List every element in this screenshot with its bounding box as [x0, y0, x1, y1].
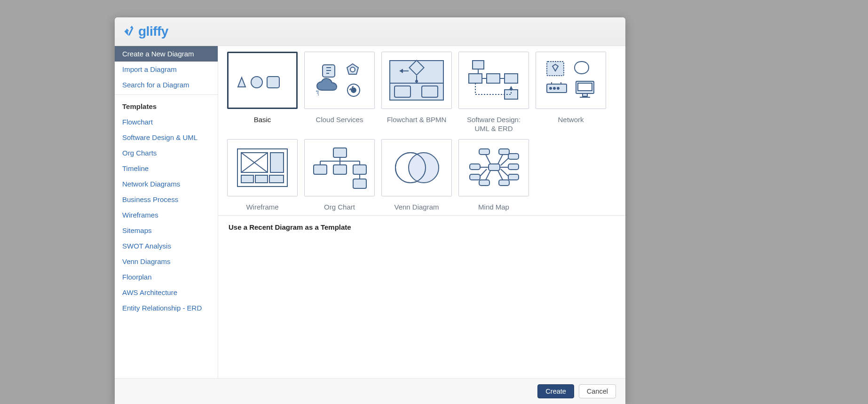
- template-tile-uml-erd[interactable]: Software Design: UML & ERD: [458, 52, 529, 133]
- template-tile-network[interactable]: Network: [535, 52, 607, 133]
- template-label: Cloud Services: [316, 116, 363, 124]
- create-button[interactable]: Create: [537, 384, 574, 398]
- svg-rect-21: [487, 74, 500, 83]
- svg-rect-68: [508, 154, 519, 159]
- sidebar-primary-search[interactable]: Search for a Diagram: [115, 77, 218, 93]
- svg-rect-48: [314, 165, 327, 174]
- sidebar-template-floorplan[interactable]: Floorplan: [115, 269, 218, 285]
- svg-rect-65: [499, 149, 509, 155]
- sidebar-template-wireframes[interactable]: Wireframes: [115, 207, 218, 223]
- template-icon-basic: [227, 52, 298, 109]
- template-icon-orgchart: [304, 139, 375, 196]
- svg-rect-50: [353, 165, 366, 174]
- recent-heading: Use a Recent Diagram as a Template: [229, 223, 615, 231]
- template-icon-flowchart: [381, 52, 452, 109]
- template-label: Network: [558, 116, 584, 124]
- template-icon-venn: [381, 139, 452, 196]
- template-tile-basic[interactable]: Basic: [227, 52, 298, 133]
- sidebar-primary-nav: Create a New Diagram Import a Diagram Se…: [115, 46, 218, 95]
- sidebar-template-sitemaps[interactable]: Sitemaps: [115, 223, 218, 238]
- template-icon-cloud: [304, 52, 375, 109]
- svg-rect-61: [489, 164, 500, 171]
- sidebar-template-business-process[interactable]: Business Process: [115, 192, 218, 207]
- svg-marker-1: [238, 78, 245, 87]
- svg-line-75: [486, 171, 490, 180]
- svg-rect-46: [269, 175, 284, 183]
- template-tile-cloud-services[interactable]: Cloud Services: [304, 52, 375, 133]
- brand-logo: gliffy: [122, 24, 168, 39]
- svg-rect-51: [353, 179, 366, 188]
- svg-rect-15: [395, 86, 410, 97]
- svg-rect-45: [255, 175, 268, 183]
- svg-rect-47: [333, 148, 347, 157]
- svg-rect-64: [479, 149, 489, 155]
- dialog-footer: Create Cancel: [115, 378, 625, 404]
- svg-point-31: [553, 87, 555, 89]
- cancel-button[interactable]: Cancel: [579, 384, 616, 398]
- sidebar-template-swot[interactable]: SWOT Analysis: [115, 238, 218, 254]
- svg-point-32: [557, 87, 559, 89]
- svg-rect-37: [583, 93, 587, 96]
- svg-rect-70: [470, 174, 480, 180]
- svg-rect-67: [499, 180, 509, 186]
- svg-rect-16: [422, 86, 438, 97]
- svg-rect-3: [267, 77, 279, 88]
- svg-rect-63: [508, 164, 519, 170]
- svg-point-59: [409, 153, 439, 183]
- svg-line-73: [486, 155, 490, 164]
- template-tile-mind-map[interactable]: Mind Map: [458, 139, 529, 212]
- svg-rect-44: [241, 175, 253, 183]
- sidebar-primary-create[interactable]: Create a New Diagram: [115, 46, 218, 62]
- template-icon-wireframe: [227, 139, 298, 196]
- svg-rect-36: [578, 83, 592, 91]
- dialog-body: Create a New Diagram Import a Diagram Se…: [115, 46, 625, 378]
- svg-point-30: [550, 87, 552, 89]
- svg-rect-66: [479, 180, 489, 186]
- new-diagram-dialog: gliffy Create a New Diagram Import a Dia…: [115, 17, 625, 404]
- svg-point-14: [416, 80, 418, 82]
- template-tile-org-chart[interactable]: Org Chart: [304, 139, 375, 212]
- brand-name: gliffy: [138, 24, 168, 39]
- main-panel: Basic: [218, 46, 625, 378]
- template-grid: Basic: [218, 46, 625, 215]
- svg-rect-69: [508, 174, 519, 180]
- sidebar-template-venn[interactable]: Venn Diagrams: [115, 254, 218, 269]
- sidebar-template-timeline[interactable]: Timeline: [115, 161, 218, 176]
- template-label: Basic: [254, 116, 271, 124]
- template-tile-flowchart-bpmn[interactable]: Flowchart & BPMN: [381, 52, 452, 133]
- template-label: Wireframe: [246, 203, 278, 212]
- svg-marker-27: [510, 87, 513, 90]
- template-icon-network: [536, 52, 606, 109]
- template-label: Venn Diagram: [394, 203, 439, 212]
- sidebar-template-erd[interactable]: Entity Relationship - ERD: [115, 300, 218, 316]
- sidebar-template-network-diagrams[interactable]: Network Diagrams: [115, 176, 218, 192]
- template-label: Org Chart: [324, 203, 355, 212]
- sidebar-template-aws[interactable]: AWS Architecture: [115, 285, 218, 300]
- sidebar-template-flowchart[interactable]: Flowchart: [115, 114, 218, 130]
- svg-point-8: [351, 88, 356, 93]
- svg-point-2: [251, 77, 262, 88]
- sidebar-template-software-design-uml[interactable]: Software Design & UML: [115, 130, 218, 145]
- svg-line-79: [480, 169, 487, 176]
- template-label: Flowchart & BPMN: [387, 116, 447, 124]
- svg-rect-22: [505, 74, 518, 83]
- svg-rect-62: [470, 164, 480, 170]
- svg-rect-49: [333, 165, 347, 174]
- sidebar: Create a New Diagram Import a Diagram Se…: [115, 46, 218, 378]
- sidebar-templates-heading: Templates: [115, 95, 218, 114]
- svg-rect-43: [270, 153, 284, 172]
- svg-line-78: [501, 169, 508, 176]
- template-tile-wireframe[interactable]: Wireframe: [227, 139, 298, 212]
- svg-line-77: [501, 158, 508, 165]
- template-label: Software Design: UML & ERD: [458, 116, 529, 133]
- sidebar-template-org-charts[interactable]: Org Charts: [115, 145, 218, 161]
- sidebar-primary-import[interactable]: Import a Diagram: [115, 62, 218, 77]
- svg-rect-20: [469, 74, 482, 83]
- svg-rect-19: [473, 61, 484, 69]
- svg-line-74: [498, 155, 503, 164]
- svg-point-6: [350, 67, 355, 72]
- dialog-header: gliffy: [115, 17, 625, 46]
- svg-line-76: [498, 171, 503, 180]
- template-tile-venn[interactable]: Venn Diagram: [381, 139, 452, 212]
- template-label: Mind Map: [478, 203, 509, 212]
